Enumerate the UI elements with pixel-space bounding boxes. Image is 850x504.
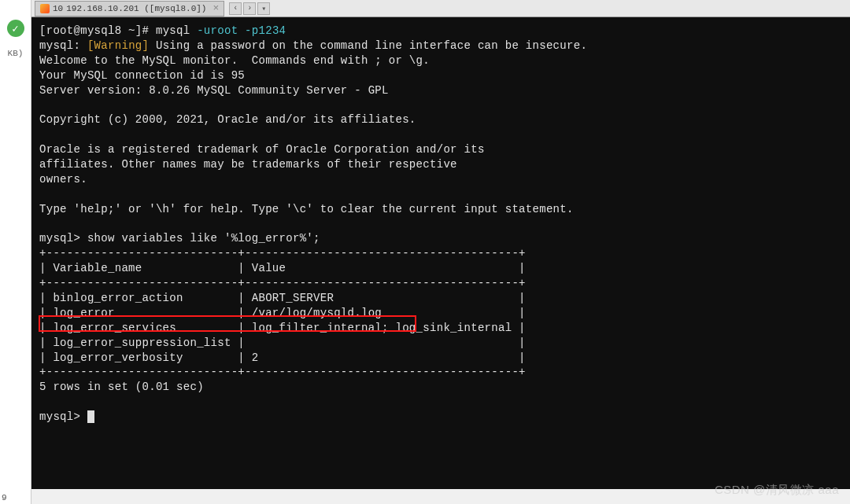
session-tab[interactable]: 10 192.168.10.201 ([mysql8.0]) × xyxy=(35,1,224,17)
shell-prompt: [root@mysql8 ~]# xyxy=(39,24,156,37)
table-border: +----------------------------+----------… xyxy=(39,277,526,289)
corner-number: 9 xyxy=(2,493,7,502)
command-option: -p1234 xyxy=(245,24,286,37)
kb-size-label: KB) xyxy=(0,49,31,58)
warning-rest: Using a password on the command line int… xyxy=(149,39,587,52)
connection-id-line: Your MySQL connection id is 95 xyxy=(39,69,245,82)
rows-in-set: 5 rows in set (0.01 sec) xyxy=(39,381,204,393)
mysql-prompt: mysql> xyxy=(39,232,87,245)
tab-dropdown-button[interactable]: ▾ xyxy=(257,2,270,15)
table-row: | log_error_suppression_list | | xyxy=(39,337,526,349)
table-row: | binlog_error_action | ABORT_SERVER | xyxy=(39,292,526,304)
prev-tab-button[interactable]: ‹ xyxy=(229,2,242,15)
line-prefix: mysql: xyxy=(39,39,87,52)
table-border: +----------------------------+----------… xyxy=(39,366,526,378)
welcome-line: Welcome to the MySQL monitor. Commands e… xyxy=(39,54,430,67)
table-header: | Variable_name | Value | xyxy=(39,262,526,274)
check-icon: ✓ xyxy=(7,20,24,37)
command-text: mysql xyxy=(156,24,197,37)
sql-query: show variables like '%log_error%'; xyxy=(87,232,320,245)
watermark-text: CSDN @清风微凉 aaa xyxy=(715,483,839,498)
close-icon[interactable]: × xyxy=(213,2,219,14)
trademark-line: Oracle is a registered trademark of Orac… xyxy=(39,143,485,156)
trademark-line: affiliates. Other names may be trademark… xyxy=(39,158,457,171)
table-row: | log_error | /var/log/mysqld.log | xyxy=(39,307,526,319)
mysql-prompt: mysql> xyxy=(39,410,87,423)
trademark-line: owners. xyxy=(39,173,87,186)
cursor-icon xyxy=(87,410,94,423)
left-side-panel: ✓ KB) xyxy=(0,0,31,504)
tab-bar: 10 192.168.10.201 ([mysql8.0]) × ‹ › ▾ xyxy=(31,0,850,17)
server-version-line: Server version: 8.0.26 MySQL Community S… xyxy=(39,84,389,97)
table-row: | log_error_verbosity | 2 | xyxy=(39,351,526,364)
tab-bullet-num: 10 xyxy=(53,4,63,13)
tab-nav-group: ‹ › ▾ xyxy=(229,2,270,15)
terminal-output[interactable]: [root@mysql8 ~]# mysql -uroot -p1234 mys… xyxy=(31,17,850,489)
tab-title: 192.168.10.201 ([mysql8.0]) xyxy=(66,4,206,13)
command-option: -uroot xyxy=(197,24,245,37)
table-border: +----------------------------+----------… xyxy=(39,247,526,259)
session-icon xyxy=(40,4,50,13)
next-tab-button[interactable]: › xyxy=(243,2,256,15)
table-row: | log_error_services | log_filter_intern… xyxy=(39,322,526,334)
copyright-line: Copyright (c) 2000, 2021, Oracle and/or … xyxy=(39,113,416,126)
help-line: Type 'help;' or '\h' for help. Type '\c'… xyxy=(39,203,574,215)
warning-tag: [Warning] xyxy=(87,39,149,52)
